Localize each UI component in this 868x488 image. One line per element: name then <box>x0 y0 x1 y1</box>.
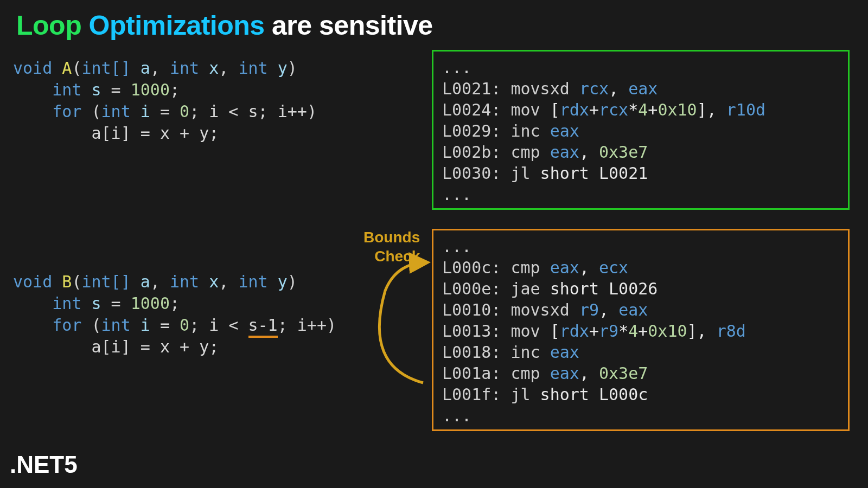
slide-title: Loop Optimizations are sensitive <box>16 10 433 41</box>
asm-box-b: ... L000c: cmp eax, ecx L000e: jae short… <box>432 229 850 431</box>
arrow-icon <box>358 258 445 410</box>
title-word-2: Optimizations <box>89 10 265 41</box>
asm-box-a: ... L0021: movsxd rcx, eax L0024: mov [r… <box>432 50 850 210</box>
highlight-s-minus-1: s-1 <box>248 316 278 338</box>
code-block-a: void A(int[] a, int x, int y) int s = 10… <box>13 57 317 144</box>
title-word-3: are sensitive <box>272 10 432 41</box>
code-block-b: void B(int[] a, int x, int y) int s = 10… <box>13 271 336 358</box>
title-word-1: Loop <box>16 10 81 41</box>
footer-brand: .NET5 <box>10 451 78 478</box>
